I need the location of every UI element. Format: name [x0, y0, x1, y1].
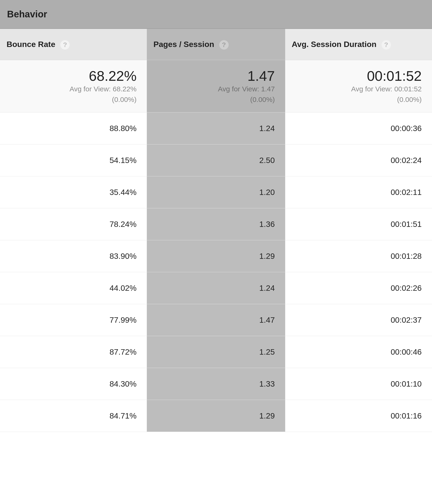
- cell-pages-per-session: 1.29: [147, 400, 285, 432]
- cell-pages-per-session: 2.50: [147, 144, 285, 176]
- column-header-avg-session-duration[interactable]: Avg. Session Duration ?: [285, 29, 432, 60]
- cell-bounce-rate: 78.24%: [0, 208, 147, 240]
- table-row[interactable]: 54.15%2.5000:02:24: [0, 144, 432, 176]
- table-row[interactable]: 83.90%1.2900:01:28: [0, 240, 432, 272]
- summary-delta-line: (0.00%): [295, 95, 422, 105]
- metric-group-label: Behavior: [7, 9, 47, 19]
- summary-row: 68.22% Avg for View: 68.22% (0.00%) 1.47…: [0, 60, 432, 112]
- cell-pages-per-session: 1.24: [147, 112, 285, 144]
- cell-pages-per-session: 1.25: [147, 336, 285, 368]
- summary-value: 00:01:52: [295, 69, 422, 83]
- cell-avg-session-duration: 00:01:28: [285, 240, 432, 272]
- column-header-bounce-rate[interactable]: Bounce Rate ?: [0, 29, 147, 60]
- cell-pages-per-session: 1.20: [147, 176, 285, 208]
- summary-avg-line: Avg for View: 1.47: [157, 84, 275, 94]
- cell-avg-session-duration: 00:02:24: [285, 144, 432, 176]
- table-row[interactable]: 77.99%1.4700:02:37: [0, 304, 432, 336]
- table-row[interactable]: 35.44%1.2000:02:11: [0, 176, 432, 208]
- cell-bounce-rate: 88.80%: [0, 112, 147, 144]
- column-label: Avg. Session Duration: [292, 40, 376, 49]
- cell-avg-session-duration: 00:01:51: [285, 208, 432, 240]
- cell-pages-per-session: 1.33: [147, 368, 285, 400]
- cell-pages-per-session: 1.36: [147, 208, 285, 240]
- summary-cell-bounce-rate: 68.22% Avg for View: 68.22% (0.00%): [0, 60, 147, 112]
- summary-delta-line: (0.00%): [157, 95, 275, 105]
- summary-cell-avg-session-duration: 00:01:52 Avg for View: 00:01:52 (0.00%): [285, 60, 432, 112]
- table-row[interactable]: 84.30%1.3300:01:10: [0, 368, 432, 400]
- summary-value: 68.22%: [10, 69, 137, 83]
- summary-value: 1.47: [157, 69, 275, 83]
- cell-pages-per-session: 1.47: [147, 304, 285, 336]
- table-row[interactable]: 88.80%1.2400:00:36: [0, 112, 432, 144]
- cell-bounce-rate: 83.90%: [0, 240, 147, 272]
- help-icon[interactable]: ?: [219, 40, 229, 50]
- cell-avg-session-duration: 00:02:26: [285, 272, 432, 304]
- summary-avg-line: Avg for View: 00:01:52: [295, 84, 422, 94]
- cell-bounce-rate: 87.72%: [0, 336, 147, 368]
- column-label: Pages / Session: [153, 40, 214, 49]
- cell-bounce-rate: 84.30%: [0, 368, 147, 400]
- cell-avg-session-duration: 00:02:37: [285, 304, 432, 336]
- cell-bounce-rate: 35.44%: [0, 176, 147, 208]
- summary-delta-line: (0.00%): [10, 95, 137, 105]
- cell-avg-session-duration: 00:02:11: [285, 176, 432, 208]
- cell-pages-per-session: 1.29: [147, 240, 285, 272]
- column-header-pages-per-session[interactable]: Pages / Session ?: [147, 29, 285, 60]
- column-header-row: Bounce Rate ? Pages / Session ? Avg. Ses…: [0, 29, 432, 60]
- cell-avg-session-duration: 00:00:46: [285, 336, 432, 368]
- cell-avg-session-duration: 00:01:10: [285, 368, 432, 400]
- table-row[interactable]: 44.02%1.2400:02:26: [0, 272, 432, 304]
- table-row[interactable]: 84.71%1.2900:01:16: [0, 400, 432, 432]
- metric-group-header: Behavior: [0, 0, 432, 29]
- cell-bounce-rate: 77.99%: [0, 304, 147, 336]
- cell-avg-session-duration: 00:00:36: [285, 112, 432, 144]
- cell-bounce-rate: 84.71%: [0, 400, 147, 432]
- summary-avg-line: Avg for View: 68.22%: [10, 84, 137, 94]
- summary-cell-pages-per-session: 1.47 Avg for View: 1.47 (0.00%): [147, 60, 285, 112]
- cell-pages-per-session: 1.24: [147, 272, 285, 304]
- behavior-table: Behavior Bounce Rate ? Pages / Session ?…: [0, 0, 432, 432]
- help-icon[interactable]: ?: [381, 40, 391, 50]
- table-row[interactable]: 87.72%1.2500:00:46: [0, 336, 432, 368]
- cell-bounce-rate: 54.15%: [0, 144, 147, 176]
- column-label: Bounce Rate: [7, 40, 55, 49]
- help-icon[interactable]: ?: [60, 40, 70, 50]
- cell-bounce-rate: 44.02%: [0, 272, 147, 304]
- cell-avg-session-duration: 00:01:16: [285, 400, 432, 432]
- table-row[interactable]: 78.24%1.3600:01:51: [0, 208, 432, 240]
